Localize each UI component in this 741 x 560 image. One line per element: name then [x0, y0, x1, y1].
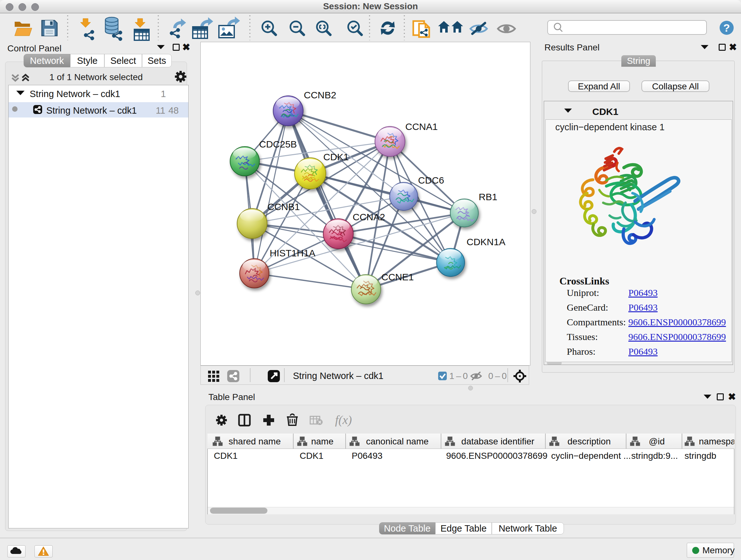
- svg-text:CCNB1: CCNB1: [267, 201, 300, 212]
- svg-text:CCNB2: CCNB2: [304, 90, 336, 100]
- svg-text:database identifier: database identifier: [461, 436, 535, 446]
- svg-text:description: description: [567, 436, 610, 446]
- svg-text:CDC25B: CDC25B: [259, 139, 297, 149]
- svg-text:CDK1: CDK1: [323, 152, 349, 162]
- svg-text:CDKN1A: CDKN1A: [467, 237, 506, 247]
- svg-text:name: name: [311, 436, 333, 446]
- svg-text:?: ?: [724, 22, 730, 34]
- svg-text:CCNE1: CCNE1: [381, 272, 414, 282]
- svg-text:@id: @id: [649, 436, 665, 446]
- svg-text:RB1: RB1: [479, 192, 497, 202]
- svg-text:1 – 0: 1 – 0: [449, 371, 468, 381]
- svg-text:0 – 0: 0 – 0: [488, 371, 507, 381]
- svg-text:CCNA1: CCNA1: [405, 121, 438, 132]
- svg-text:CCNA2: CCNA2: [353, 212, 385, 222]
- svg-text:namespac: namespac: [699, 436, 734, 446]
- svg-text:String Network – cdk1: String Network – cdk1: [293, 371, 384, 381]
- svg-text:CDC6: CDC6: [418, 175, 444, 186]
- svg-text:canonical name: canonical name: [366, 436, 428, 446]
- svg-text:HIST1H1A: HIST1H1A: [270, 248, 315, 258]
- svg-text:f(x): f(x): [335, 413, 352, 427]
- svg-text:shared name: shared name: [228, 436, 280, 446]
